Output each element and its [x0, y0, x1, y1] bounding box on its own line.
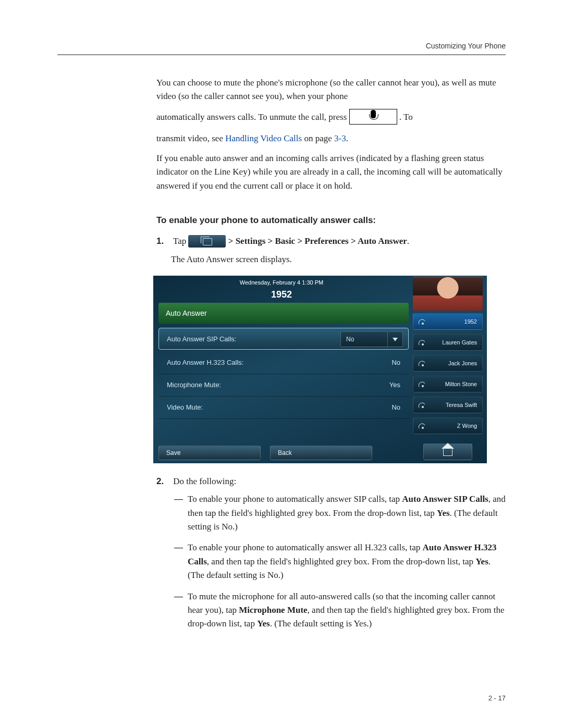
bullet-bold: Yes — [437, 508, 450, 518]
phone-date: Wednesday, February 4 1:30 PM — [153, 278, 410, 287]
document-page: Customizing Your Phone You can choose to… — [0, 0, 563, 728]
header-rule — [57, 54, 506, 55]
handset-icon — [418, 401, 425, 409]
dropdown-value: No — [346, 336, 354, 343]
bullet-text: To enable your phone to automatically an… — [188, 494, 402, 504]
handset-icon — [418, 318, 425, 325]
handset-icon — [418, 339, 425, 346]
bullet-text: To enable your phone to automatically an… — [188, 542, 423, 552]
line-key-contact[interactable]: Lauren Gates — [413, 334, 483, 351]
mute-button-graphic — [349, 109, 397, 125]
phone-statusbar: Wednesday, February 4 1:30 PM 1952 — [153, 278, 410, 302]
auto-answer-header: Auto Answer — [158, 303, 409, 324]
phone-screenshot: Wednesday, February 4 1:30 PM 1952 Auto … — [153, 276, 487, 463]
page-ref-link[interactable]: 3-3 — [334, 133, 346, 143]
phone-number: 1952 — [153, 288, 410, 302]
step-number: 1. — [156, 235, 171, 248]
bullet-mic-mute: To mute the microphone for all auto-answ… — [174, 590, 506, 631]
back-softkey[interactable]: Back — [270, 446, 372, 460]
bullet-text: , and then tap the field's highlighted g… — [207, 557, 475, 566]
intro-1b-pre: automatically answers calls. To unmute t… — [156, 112, 349, 122]
handset-icon — [418, 360, 425, 367]
softkey-bar: Save Back — [158, 446, 409, 460]
bullet-sip: To enable your phone to automatically an… — [174, 492, 506, 534]
procedure-steps: 1. Tap > Settings > Basic > Preferences … — [156, 235, 506, 631]
bullet-h323: To enable your phone to automatically an… — [174, 541, 506, 582]
microphone-icon — [371, 110, 376, 118]
procedure-heading: To enable your phone to automatically an… — [156, 214, 506, 227]
handset-icon — [418, 380, 425, 388]
line-key-self[interactable]: 1952 — [413, 313, 483, 330]
line-key-label: Jack Jones — [448, 359, 477, 368]
intro-1c-post: . — [346, 133, 348, 143]
step-2: 2. Do the following: To enable your phon… — [156, 475, 506, 631]
line-key-contact[interactable]: Teresa Swift — [413, 397, 483, 413]
intro-1b-post: . To — [399, 112, 413, 122]
bullet-bold: Yes — [475, 557, 488, 566]
line-key-label: 1952 — [464, 317, 477, 326]
line-key-label: Teresa Swift — [446, 401, 477, 410]
line-keys: 1952 Lauren Gates Jack Jones Milton Ston… — [413, 313, 483, 438]
header-section-title: Customizing Your Phone — [57, 42, 506, 50]
handset-icon — [418, 422, 425, 429]
setting-label: Video Mute: — [167, 397, 203, 418]
chevron-down-icon — [387, 332, 402, 347]
home-icon — [443, 448, 452, 456]
setting-row-h323[interactable]: Auto Answer H.323 Calls: No — [158, 352, 409, 374]
handling-video-calls-link[interactable]: Handling Video Calls — [225, 133, 302, 143]
setting-value: No — [391, 352, 400, 374]
step1-path: > Settings > Basic > Preferences > Auto … — [228, 236, 407, 246]
page-number: 2 - 17 — [488, 694, 506, 702]
settings-list: Auto Answer SIP Calls: No No Auto Answer… — [158, 328, 409, 419]
intro-paragraph-1b: automatically answers calls. To unmute t… — [156, 110, 506, 126]
setting-row-mic-mute[interactable]: Microphone Mute: Yes — [158, 374, 409, 397]
line-key-contact[interactable]: Z Wong — [413, 417, 483, 434]
intro-1c-pre: transmit video, see — [156, 133, 225, 143]
step1-post: . — [407, 236, 409, 246]
intro-1c-mid: on page — [302, 133, 334, 143]
step-1: 1. Tap > Settings > Basic > Preferences … — [156, 235, 506, 463]
step-number: 2. — [156, 475, 171, 488]
bullet-text: . (The default setting is Yes.) — [270, 619, 372, 628]
line-key-label: Z Wong — [457, 422, 477, 430]
line-key-label: Milton Stone — [445, 380, 477, 389]
intro-paragraph-1c: transmit video, see Handling Video Calls… — [156, 132, 506, 145]
setting-label: Auto Answer H.323 Calls: — [167, 352, 243, 374]
bullet-bold: Yes — [257, 619, 270, 628]
step1-desc: The Auto Answer screen displays. — [171, 253, 506, 266]
setting-value: Yes — [389, 374, 400, 396]
line-key-contact[interactable]: Jack Jones — [413, 355, 483, 372]
home-button[interactable] — [423, 443, 472, 460]
setting-label: Microphone Mute: — [167, 374, 221, 396]
setting-row-video-mute[interactable]: Video Mute: No — [158, 397, 409, 419]
bullet-bold: Microphone Mute — [239, 605, 307, 615]
step1-pre: Tap — [173, 236, 189, 246]
intro-paragraph-1a: You can choose to mute the phone's micro… — [156, 76, 506, 104]
intro-paragraph-2: If you enable auto answer and an incomin… — [156, 152, 506, 193]
step2-text: Do the following: — [173, 476, 236, 486]
applications-icon — [188, 235, 226, 248]
bullet-bold: Auto Answer SIP Calls — [402, 494, 488, 504]
setting-value: No — [391, 397, 400, 418]
sip-dropdown[interactable]: No — [340, 331, 403, 347]
line-key-contact[interactable]: Milton Stone — [413, 376, 483, 392]
setting-row-sip[interactable]: Auto Answer SIP Calls: No No — [158, 328, 409, 350]
setting-label: Auto Answer SIP Calls: — [167, 328, 236, 350]
body-content: You can choose to mute the phone's micro… — [156, 76, 506, 631]
line-key-label: Lauren Gates — [442, 338, 477, 347]
step2-bullets: To enable your phone to automatically an… — [174, 492, 506, 631]
save-softkey[interactable]: Save — [158, 446, 261, 460]
self-view-video[interactable] — [413, 277, 483, 311]
